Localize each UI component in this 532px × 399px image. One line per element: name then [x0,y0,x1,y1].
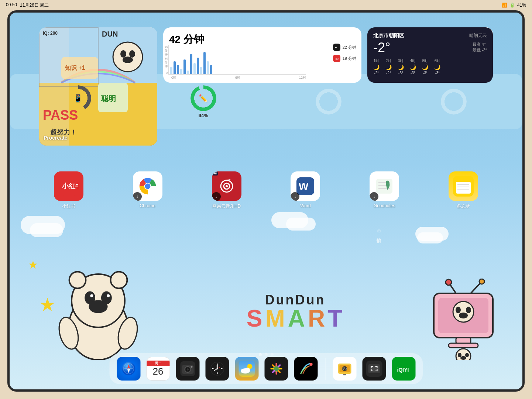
app-time-2: HD 19 分钟 [333,55,356,62]
dock-iqiyi[interactable]: iQIYI [392,357,415,381]
svg-text:小红书: 小红书 [62,183,78,190]
svg-point-16 [459,313,468,318]
ipad-frame: ★ ★ [7,10,525,392]
screentime-total: 42 分钟 [169,33,356,47]
download-indicator: ↓ [133,192,142,201]
wallpaper: ★ ★ [10,13,522,389]
svg-text:知识 +1: 知识 +1 [65,65,85,71]
word-label: Word [300,203,310,208]
app-netease[interactable]: HD ↓ 网易云音乐HD [212,171,241,209]
procreate-illustration: IQ: 200 PASS 超努力！ DUN [39,27,157,146]
goodnotes-label: Goodnotes [374,203,395,208]
letter-a: A [288,307,306,330]
app-notes[interactable]: 备忘录 [449,171,478,209]
svg-point-3 [111,272,127,289]
letter-s: S [247,307,264,330]
bar [207,61,209,74]
svg-point-37 [120,50,126,58]
svg-point-107 [344,367,346,369]
svg-point-14 [456,307,461,313]
battery-icon: 🔋 [509,3,515,8]
dock-photos[interactable] [264,357,288,381]
calendar-weekday: 周二 [147,361,169,366]
ring-pencil: ✏️ [191,85,216,111]
svg-point-20 [479,279,484,284]
screentime-apps: ✒ 22 分钟 HD 19 分钟 [333,44,356,62]
screentime-widget[interactable]: 42 分钟 60分钟 30分钟 0 [163,27,361,83]
ring-ipad: 📱 [65,85,91,111]
status-right: 📶 🔋 41% [502,3,526,8]
svg-text:✒: ✒ [335,46,337,50]
svg-text:DUN: DUN [102,30,118,38]
svg-point-96 [241,369,245,373]
battery-empty-2 [441,89,467,115]
dock-screenshot[interactable] [362,357,386,381]
dock-divider [325,358,325,380]
procreate-widget[interactable]: IQ: 200 PASS 超努力！ DUN [39,27,157,146]
pencil-icon: ✏️ [199,94,208,103]
hd-badge: HD [212,171,219,175]
weather-temp-row: -2° 最高 4° 最低 -3° [373,39,487,55]
bar [197,58,199,74]
weather-header: 北京市朝阳区 晴朗无云 [373,33,487,39]
status-time: 00:50 [6,2,17,8]
weather-widget[interactable]: 北京市朝阳区 晴朗无云 -2° 最高 4° 最低 -3° 1时 🌙 -2° [367,27,493,83]
bar [177,65,179,74]
svg-text:W: W [299,181,309,192]
app-xiaohongshu[interactable]: 小红书 小红书 [54,171,83,209]
letter-t: T [328,307,344,330]
dock-camera[interactable] [176,357,199,381]
hour-0: 1时 🌙 -2° [373,58,380,75]
dock-clock[interactable] [205,357,229,381]
svg-rect-22 [449,343,478,348]
ring-empty-2 [441,89,467,115]
app-time-1: ✒ 22 分钟 [333,44,356,51]
status-left: 00:50 11月26日 周二 [6,2,49,8]
dock-weather[interactable] [235,357,258,381]
svg-text:HD: HD [335,58,339,60]
svg-point-26 [460,356,466,360]
app-goodnotes[interactable]: ↓ Goodnotes [370,171,399,208]
app-chrome[interactable]: ↓ Chrome [133,171,162,208]
tv-decoration [426,279,500,360]
notes-icon [449,171,478,201]
dock: 周二 26 [109,353,423,384]
bar [193,63,196,74]
svg-point-52 [145,184,150,189]
bar [183,59,186,74]
download-indicator-goodnotes: ↓ [370,192,378,201]
dock-calendar[interactable]: 周二 26 [146,357,170,381]
svg-point-56 [226,185,228,187]
weather-hourly: 1时 🌙 -2° 2时 🌙 -2° 3时 🌙 -3° [373,58,487,75]
wifi-icon: 📶 [502,3,507,8]
svg-text:聪明: 聪明 [101,95,116,103]
letter-m: M [265,307,286,330]
battery-empty-1 [316,89,341,115]
svg-rect-82 [191,366,192,368]
bar [187,71,189,74]
xiaohongshu-label: 小红书 [62,203,75,209]
svg-point-106 [343,367,344,369]
bar [174,61,176,74]
word-icon: W ↓ [291,171,320,201]
svg-rect-109 [343,374,346,375]
svg-point-15 [466,307,471,313]
dock-procreate[interactable] [294,357,318,381]
battery-percent: 41% [517,3,526,8]
svg-rect-62 [376,179,392,194]
bar [200,67,202,74]
svg-point-24 [458,353,461,357]
svg-point-81 [186,368,189,371]
svg-point-8 [89,300,107,313]
netease-label: 网易云音乐HD [212,203,241,209]
svg-point-92 [216,368,218,369]
dock-safari[interactable] [117,357,140,381]
bar [170,67,172,74]
ipad-icon: 📱 [73,94,83,103]
status-bar: 00:50 11月26日 周二 📶 🔋 41% [0,0,532,10]
svg-point-97 [245,368,250,373]
svg-point-108 [343,369,346,371]
calendar-day: 26 [153,366,164,377]
dock-tv[interactable] [333,357,356,381]
app-word[interactable]: W ↓ Word [291,171,320,208]
